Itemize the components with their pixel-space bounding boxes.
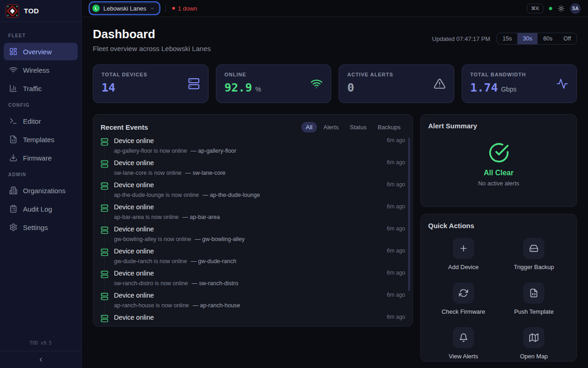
interval-button-off[interactable]: Off [558,33,577,44]
sidebar-item-editor[interactable]: Editor [4,112,78,130]
down-status: 1 down [172,5,197,12]
event-timestamp: 6m ago [387,270,405,278]
sidebar-collapse-button[interactable] [0,351,81,368]
alert-detail: No active alerts [478,180,520,187]
event-list-item[interactable]: Device online 6m ago [101,314,405,326]
event-timestamp: 6m ago [387,137,405,146]
server-icon [101,182,108,190]
check-circle-icon [488,142,509,163]
event-list-item[interactable]: Device online 6m ago ap-ranch-house is n… [101,292,405,314]
interval-button-15s[interactable]: 15s [497,33,517,44]
connection-status-icon [549,7,552,10]
stat-value: 14 [102,81,115,94]
quick-action-tile [453,327,474,348]
event-tab-backups[interactable]: Backups [373,122,405,132]
down-dot-icon [172,7,175,10]
sidebar-item-templates[interactable]: Templates [4,131,78,148]
quick-action-trigger-backup[interactable]: Trigger Backup [499,238,570,270]
alert-summary-panel: Alert Summary All Clear No active alerts [420,114,577,207]
sidebar-item-settings[interactable]: Settings [4,218,78,236]
events-scrollbar-thumb[interactable] [408,138,410,291]
sidebar-item-organizations[interactable]: Organizations [4,182,78,199]
server-icon [101,138,108,146]
event-list-item[interactable]: Device online 6m ago gw-bowling-alley is… [101,225,405,247]
event-list-item[interactable]: Device online 6m ago sw-lane-core is now… [101,159,405,181]
event-list-item[interactable]: Device online 6m ago gw-dude-ranch is no… [101,247,405,270]
sidebar-item-wireless[interactable]: Wireless [4,61,78,79]
event-tab-status[interactable]: Status [345,122,371,132]
chevron-down-icon [150,6,155,11]
event-tab-alerts[interactable]: Alerts [319,122,343,132]
event-list-item[interactable]: Device online 6m ago ap-gallery-floor is… [101,137,405,159]
quick-action-label: Open Map [520,353,548,360]
bell-icon [459,333,468,342]
file-code-icon [9,135,17,144]
clipboard-icon [9,205,17,213]
nav-section-config: CONFIG Editor Templates Firmw [4,98,78,167]
building-icon [9,186,17,195]
event-subtitle: gw-bowling-alley is now online— gw-bowli… [114,236,405,242]
user-avatar[interactable]: SA [570,3,581,14]
wifi-icon [311,78,322,90]
down-status-label: 1 down [178,5,197,12]
download-icon [9,154,17,162]
quick-action-tile [523,327,544,348]
interval-button-60s[interactable]: 60s [537,33,558,44]
quick-action-tile [453,282,474,304]
app-name: TOD [24,7,39,15]
sidebar-item-audit-log[interactable]: Audit Log [4,200,78,218]
event-list-item[interactable]: Device online 6m ago sw-ranch-distro is … [101,270,405,292]
chart-icon [9,84,17,92]
stat-label: ONLINE [225,72,323,77]
theme-toggle-button[interactable] [558,5,565,12]
org-selector[interactable]: L Lebowski Lanes [90,3,159,14]
event-subtitle: ap-the-dude-lounge is now online— ap-the… [114,192,405,198]
event-list-item[interactable]: Device online 6m ago ap-the-dude-lounge … [101,181,405,203]
sidebar-item-overview[interactable]: Overview [4,43,78,60]
page-subtitle: Fleet overview across Lebowski Lanes [93,45,211,52]
event-title: Device online [114,137,387,146]
stat-card-online: ONLINE 92.9 % [216,64,332,103]
app-logo-icon [6,4,19,18]
event-subtitle: ap-gallery-floor is now online— ap-galle… [114,148,405,154]
org-name: Lebowski Lanes [103,5,146,12]
server-icon [101,160,108,168]
event-title: Device online [114,159,387,168]
quick-action-view-alerts[interactable]: View Alerts [428,327,499,360]
quick-action-tile [523,282,544,304]
event-subtitle: ap-ranch-house is now online— ap-ranch-h… [114,302,405,309]
quick-action-add-device[interactable]: Add Device [428,238,499,270]
stat-suffix: % [255,86,261,93]
quick-actions-grid: Add Device Trigger Backup [428,238,569,360]
quick-actions-panel: Quick Actions Add Device [420,214,577,362]
quick-action-tile [523,238,544,259]
quick-action-check-firmware[interactable]: Check Firmware [428,282,499,315]
refresh-interval-selector: 15s 30s 60s Off [497,33,577,45]
event-timestamp: 6m ago [387,247,405,256]
quick-action-push-template[interactable]: Push Template [499,282,570,315]
event-title: Device online [114,225,387,234]
event-timestamp: 6m ago [387,203,405,212]
server-icon [101,270,108,278]
topbar-divider [165,5,166,12]
quick-action-open-map[interactable]: Open Map [499,327,570,360]
stat-value: 0 [347,81,354,94]
stats-row: TOTAL DEVICES 14 ONLINE 92.9 % [93,64,577,103]
sidebar-item-firmware[interactable]: Firmware [4,149,78,167]
event-list-item[interactable]: Device online 6m ago ap-bar-area is now … [101,203,405,225]
server-icon [188,78,200,90]
plus-icon [459,244,468,253]
event-title: Device online [114,181,387,190]
alert-summary-title: Alert Summary [428,122,569,130]
server-icon [101,315,108,322]
sidebar-item-traffic[interactable]: Traffic [4,80,78,97]
stat-value: 1.74 [470,81,498,94]
command-palette-shortcut[interactable]: ⌘K [527,4,543,13]
event-subtitle [114,324,405,326]
interval-button-30s[interactable]: 30s [517,33,537,44]
sidebar-nav: FLEET Overview Wireless Traff [0,22,81,237]
quick-action-label: Trigger Backup [514,264,554,270]
quick-action-label: View Alerts [449,353,478,360]
event-timestamp: 6m ago [387,314,405,322]
event-tab-all[interactable]: All [301,122,317,132]
